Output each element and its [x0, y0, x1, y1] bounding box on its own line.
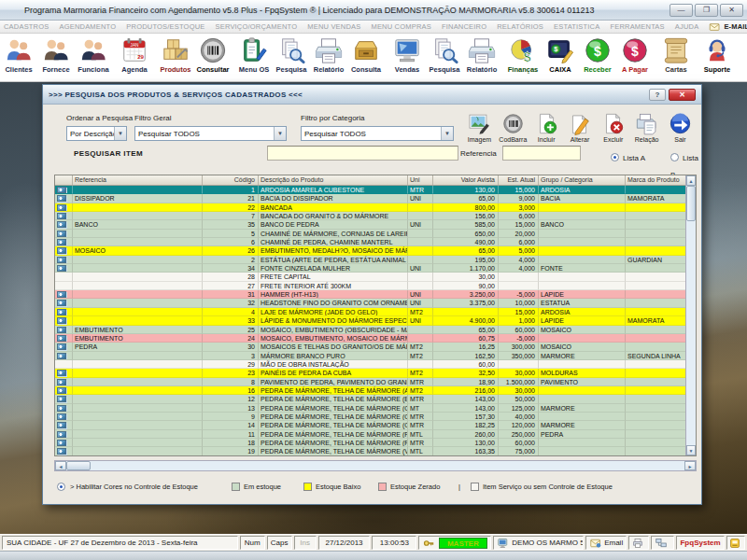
table-row[interactable]: MOSAICO26EMBUTIMENTO, MEDALH?O, MOSAICO …: [55, 246, 685, 255]
toolbar-button-consulta[interactable]: Consulta: [347, 34, 385, 81]
table-row[interactable]: 14PEDRA DE MÁRMORE, TELHA DE MÁRMORE (CR…: [55, 421, 685, 429]
toolbar-button-finan-as[interactable]: $Finanças: [504, 34, 542, 81]
toolbar-button-caixa[interactable]: $CAIXA: [542, 34, 579, 81]
dialog-titlebar[interactable]: >>> PESQUISA DOS PRODUTOS & SERVIÇOS CAD…: [43, 85, 701, 105]
table-row[interactable]: 12PEDRA DE MÁRMORE, TELHA DE MÁRMORE (BA…: [55, 395, 685, 403]
table-row[interactable]: 28FRETE CAPITAL30,00: [55, 273, 685, 281]
table-row[interactable]: 23PAINÉIS DE PEDRA DA CUBAMT232,5030,000…: [55, 369, 685, 377]
toolbar-button-receber[interactable]: $Receber: [579, 34, 616, 81]
menu-item-ferramentas[interactable]: FERRAMENTAS: [610, 22, 664, 31]
toolbar-button-vendas[interactable]: Vendas: [388, 34, 426, 81]
radio-on-icon[interactable]: [611, 153, 619, 161]
alterar-button[interactable]: Alterar: [563, 112, 596, 149]
general-filter-combobox[interactable]: Pesquisar TODOS ▼: [134, 126, 287, 141]
menu-item-estatistica[interactable]: ESTATISTICA: [554, 22, 599, 31]
vertical-scrollbar[interactable]: ▲ ▼: [685, 175, 696, 455]
scroll-down-icon[interactable]: ▼: [686, 445, 696, 455]
toolbar-button-consultar[interactable]: Consultar: [194, 34, 232, 81]
horizontal-scrollbar[interactable]: ◄ ►: [54, 460, 697, 471]
toolbar-button-a-pagar[interactable]: $A Pagar: [616, 34, 654, 81]
imagem-button[interactable]: Imagem: [463, 112, 496, 149]
toolbar-button-fornece[interactable]: Fornece: [37, 34, 75, 81]
close-button[interactable]: ✕: [720, 4, 743, 17]
category-filter-combobox[interactable]: Pesquisar TODOS ▼: [301, 126, 454, 141]
chevron-down-icon[interactable]: ▼: [441, 127, 453, 140]
menu-item-relat-rios[interactable]: RELATÓRIOS: [497, 22, 543, 31]
column-header-Uni[interactable]: Uni: [408, 175, 433, 185]
toolbar-button-clientes[interactable]: Clientes: [0, 34, 37, 81]
table-header-row[interactable]: ReferenciaCódigoDescrição do ProdutoUniV…: [55, 175, 685, 186]
table-row[interactable]: 19PEDRA DE MÁRMORE, TELHA DE MÁRMORE (VE…: [55, 447, 685, 455]
radio-on-icon[interactable]: [57, 483, 65, 491]
chevron-down-icon[interactable]: ▼: [274, 127, 286, 140]
table-row[interactable]: PEDRA30MOSAICOS E TELHAS DO GRANITO/OS D…: [55, 343, 685, 351]
column-header-Grupo / Categoria[interactable]: Grupo / Categoria: [539, 175, 626, 185]
table-row[interactable]: 11PEDRA DE MÁRMORE, TELHA DE MÁRMORE (PR…: [55, 430, 685, 439]
toolbar-button-pesquisa[interactable]: Pesquisa: [426, 34, 463, 81]
toolbar-button-agenda[interactable]: JAN29Agenda: [116, 34, 153, 81]
menu-item-servi-o-or-amento[interactable]: SERVIÇO/ORÇAMENTO: [216, 22, 298, 31]
column-header-icon[interactable]: [55, 175, 73, 185]
status-email[interactable]: Email: [585, 536, 627, 550]
table-row[interactable]: 9PEDRA DE MÁRMORE, TELHA DE MÁRMORE (CIN…: [55, 413, 685, 421]
table-row[interactable]: DISSIPADOR21BACIA DO DISSIPADORUNI65,009…: [55, 194, 685, 203]
table-row[interactable]: 27FRETE INTERIOR ATÉ 300KM90,00: [55, 282, 685, 290]
table-row[interactable]: 33LÁPIDE & MONUMENTO DO MÁRMORE ESPECIAL…: [55, 316, 685, 325]
menu-item-cadastros[interactable]: CADASTROS: [4, 22, 49, 31]
table-row[interactable]: 8PAVIMENTO DE PEDRA, PAVIMENTO DO GRANIT…: [55, 378, 685, 386]
vertical-scrollbar-thumb[interactable]: [686, 186, 696, 221]
toolbar-button-produtos[interactable]: Produtos: [157, 34, 194, 81]
table-row[interactable]: 4LAJE DE MÁRMORE (JADE DO GELO)MT215,000…: [55, 308, 685, 316]
rela-o-button[interactable]: Relação: [630, 112, 663, 149]
horizontal-scrollbar-track[interactable]: [91, 461, 684, 470]
incluir-button[interactable]: Incluir: [530, 112, 563, 149]
lista-a-radio[interactable]: Lista A: [611, 147, 645, 164]
toolbar-button-relat-rio[interactable]: Relatório: [310, 34, 347, 81]
table-row[interactable]: BANCO35BANCO DE PEDRAUNI585,0015,000BANC…: [55, 220, 685, 229]
toolbar-button-funciona[interactable]: Funciona: [75, 34, 112, 81]
dialog-help-button[interactable]: ?: [649, 89, 666, 101]
reference-input[interactable]: [502, 146, 581, 161]
scroll-left-icon[interactable]: ◄: [55, 461, 66, 470]
table-row[interactable]: 2ESTÁTUA (ARTE DE PEDRA, ESTÁTUA ANIMAL1…: [55, 256, 685, 264]
column-header-Código[interactable]: Código: [203, 175, 259, 185]
menu-item-financeiro[interactable]: FINANCEIRO: [442, 22, 486, 31]
toolbar-button-suporte[interactable]: Suporte: [698, 34, 736, 81]
table-row[interactable]: 34FONTE CINZELADA MULHERUNI1.170,004,000…: [55, 264, 685, 273]
restore-button[interactable]: ❐: [695, 4, 718, 17]
table-row[interactable]: 6CHAMINÉ DE PEDRA, CHAMINE MANTERL490,00…: [55, 238, 685, 246]
chevron-down-icon[interactable]: ▼: [114, 127, 126, 140]
toolbar-button-menu-os[interactable]: Menu OS: [235, 34, 273, 81]
scroll-up-icon[interactable]: ▲: [686, 175, 696, 186]
table-row[interactable]: 22BANCADA800,003,000: [55, 203, 685, 212]
table-row[interactable]: 18PEDRA DE MÁRMORE, TELHA DE MÁRMORE (RO…: [55, 439, 685, 447]
table-row[interactable]: 16PEDRA DE MÁRMORE, TELHA DE MÁRMORE (AM…: [55, 386, 685, 395]
table-row[interactable]: 13PEDRA DE MÁRMORE, TELHA DE MÁRMORE (CH…: [55, 404, 685, 413]
dialog-close-button[interactable]: ✕: [669, 89, 696, 101]
menu-item-email[interactable]: E-MAIL: [709, 21, 747, 33]
codbarra-button[interactable]: CodBarra: [497, 112, 529, 149]
status-printer[interactable]: [628, 536, 649, 550]
table-row[interactable]: 31HAMMER (HT-H13)UNI3.250,00-5,000LAPIDE: [55, 290, 685, 299]
toolbar-button-cartas[interactable]: Cartas: [657, 34, 695, 81]
table-row[interactable]: 3MÁRMORE BRANCO PUROMT2162,50350,000MARM…: [55, 352, 685, 360]
search-item-input[interactable]: [267, 146, 458, 161]
menu-item-menu-vendas[interactable]: MENU VENDAS: [307, 22, 360, 31]
column-header-Est. Atual[interactable]: Est. Atual: [499, 175, 539, 185]
table-row[interactable]: 1ARDOSIA AMARELA CUBESTONEMTR130,0015,00…: [55, 186, 685, 194]
column-header-Referencia[interactable]: Referencia: [73, 175, 203, 185]
toolbar-button-pesquisa[interactable]: Pesquisa: [273, 34, 310, 81]
table-row[interactable]: 29MÃO DE OBRA INSTALAÇÃO60,00: [55, 360, 685, 369]
table-row[interactable]: 32HEADSTONE FINO DO GRANITO COM ORNAMENT…: [55, 299, 685, 307]
table-row[interactable]: EMBUTIMENTO25MOSAICO, EMBUTIMENTO (OBSCU…: [55, 326, 685, 334]
table-row[interactable]: EMBUTIMENTO24MOSAICO, EMBUTIMENTO, MOSAI…: [55, 334, 685, 343]
scroll-right-icon[interactable]: ►: [684, 461, 696, 470]
menu-item-agendamento[interactable]: AGENDAMENTO: [59, 22, 116, 31]
column-header-Descrição do Produto[interactable]: Descrição do Produto: [259, 175, 408, 185]
toolbar-button-coin-icon[interactable]: $: [740, 34, 747, 81]
column-header-Valor Avista[interactable]: Valor Avista: [433, 175, 499, 185]
menu-item-menu-compras[interactable]: MENU COMPRAS: [371, 22, 431, 31]
horizontal-scrollbar-thumb[interactable]: [66, 461, 91, 470]
vertical-scrollbar-track[interactable]: [686, 221, 696, 445]
minimize-button[interactable]: —: [669, 4, 693, 17]
